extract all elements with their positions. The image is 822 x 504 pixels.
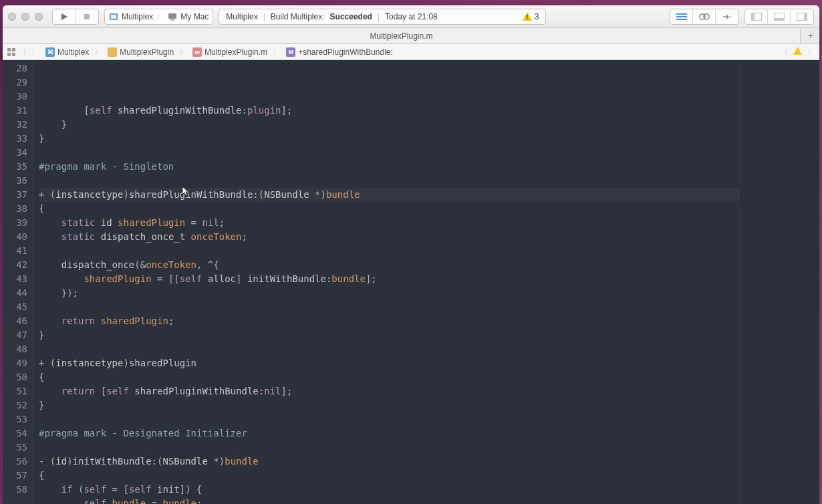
warning-count-value: 3 bbox=[535, 12, 539, 21]
editor-mode-group bbox=[670, 9, 739, 25]
code-line[interactable]: [self sharedPluginWithBundle:plugin]; bbox=[39, 104, 739, 118]
svg-rect-15 bbox=[751, 13, 755, 21]
code-line[interactable]: dispatch_once(&onceToken, ^{ bbox=[39, 258, 739, 272]
history-forward-button[interactable]: 〉 bbox=[31, 46, 39, 57]
new-tab-button[interactable]: ＋ bbox=[801, 28, 819, 43]
code-area[interactable]: [self sharedPluginWithBundle:plugin]; }}… bbox=[33, 60, 739, 504]
code-line[interactable]: } bbox=[39, 118, 739, 132]
breadcrumb-project-label: Multiplex bbox=[57, 47, 89, 57]
panel-toggle-group bbox=[744, 9, 814, 25]
line-number: 37 bbox=[3, 188, 27, 202]
svg-rect-21 bbox=[12, 48, 15, 51]
folder-icon bbox=[108, 47, 117, 57]
chevron-icon: 〉 bbox=[271, 46, 282, 57]
history-back-button[interactable]: 〈 bbox=[19, 46, 27, 57]
jump-warning-icon[interactable] bbox=[793, 47, 802, 57]
code-line[interactable] bbox=[39, 342, 739, 356]
line-number: 31 bbox=[3, 104, 27, 118]
related-items-icon[interactable] bbox=[7, 47, 16, 57]
svg-rect-22 bbox=[7, 53, 11, 56]
line-number: 46 bbox=[3, 314, 27, 328]
standard-editor-button[interactable] bbox=[670, 9, 693, 24]
code-line[interactable]: } bbox=[39, 132, 739, 146]
code-line[interactable]: #pragma mark - Designated Initializer bbox=[39, 426, 739, 440]
line-number: 36 bbox=[3, 174, 27, 188]
toggle-debug-button[interactable] bbox=[768, 9, 791, 24]
line-number: 56 bbox=[3, 455, 27, 469]
code-line[interactable]: + (instancetype)sharedPlugin bbox=[39, 356, 739, 370]
status-project: Multiplex bbox=[226, 12, 257, 21]
method-icon: M bbox=[286, 47, 295, 57]
warning-icon bbox=[523, 12, 532, 21]
chevron-icon: 〉 bbox=[178, 46, 188, 57]
jump-forward-button[interactable]: 〉 bbox=[807, 46, 815, 57]
scheme-selector[interactable]: Multiplex 〉 My Mac bbox=[104, 9, 213, 25]
code-line[interactable]: { bbox=[39, 202, 739, 216]
toggle-navigator-button[interactable] bbox=[745, 9, 768, 24]
assistant-editor-button[interactable] bbox=[693, 9, 716, 24]
svg-rect-1 bbox=[84, 14, 90, 19]
code-line[interactable] bbox=[39, 244, 739, 258]
code-line[interactable]: } bbox=[39, 398, 739, 412]
code-line[interactable]: static dispatch_once_t onceToken; bbox=[39, 230, 739, 244]
code-line[interactable]: #pragma mark - Singleton bbox=[39, 160, 739, 174]
code-line[interactable]: - (id)initWithBundle:(NSBundle *)bundle bbox=[39, 455, 739, 469]
code-line[interactable] bbox=[39, 300, 739, 314]
code-line[interactable]: return sharedPlugin; bbox=[39, 314, 739, 328]
code-line[interactable]: { bbox=[39, 370, 739, 384]
code-line[interactable]: self.bundle = bundle; bbox=[39, 497, 739, 504]
jump-back-button[interactable]: 〈 bbox=[780, 46, 788, 57]
run-stop-group bbox=[52, 9, 99, 25]
stop-button[interactable] bbox=[76, 9, 98, 24]
toolbar: Multiplex 〉 My Mac Multiplex | Build Mul… bbox=[3, 5, 819, 28]
run-button[interactable] bbox=[53, 9, 76, 24]
line-number: 50 bbox=[3, 370, 27, 384]
code-line[interactable]: return [self sharedPluginWithBundle:nil]… bbox=[39, 384, 739, 398]
line-number: 28 bbox=[3, 61, 27, 76]
breadcrumb-project[interactable]: ⌘ Multiplex bbox=[44, 47, 90, 57]
svg-rect-11 bbox=[676, 19, 687, 20]
code-line[interactable]: { bbox=[39, 469, 739, 483]
scheme-device-label: My Mac bbox=[180, 12, 209, 21]
code-line[interactable] bbox=[39, 174, 739, 188]
line-number-gutter: 2829303132333435363738394041424344454647… bbox=[3, 60, 33, 504]
line-number: 32 bbox=[3, 118, 27, 132]
code-line[interactable] bbox=[39, 440, 739, 455]
scheme-device-icon bbox=[168, 12, 177, 21]
code-line[interactable]: }); bbox=[39, 286, 739, 300]
svg-rect-3 bbox=[111, 15, 116, 19]
source-editor[interactable]: 2829303132333435363738394041424344454647… bbox=[3, 60, 819, 504]
line-number: 57 bbox=[3, 469, 27, 483]
history-nav: 〈 〉 bbox=[19, 46, 39, 57]
code-line[interactable]: sharedPlugin = [[self alloc] initWithBun… bbox=[39, 272, 739, 286]
line-number: 47 bbox=[3, 328, 27, 342]
version-editor-button[interactable] bbox=[716, 9, 738, 24]
code-line[interactable]: static id sharedPlugin = nil; bbox=[39, 216, 739, 230]
activity-status[interactable]: Multiplex | Build Multiplex: Succeeded |… bbox=[219, 9, 546, 25]
line-number: 35 bbox=[3, 160, 27, 174]
code-line[interactable] bbox=[39, 412, 739, 426]
line-number: 39 bbox=[3, 216, 27, 230]
svg-rect-7 bbox=[527, 15, 528, 17]
status-action: Build Multiplex: bbox=[271, 12, 325, 21]
zoom-window-button[interactable] bbox=[35, 13, 43, 21]
minimize-window-button[interactable] bbox=[21, 13, 29, 21]
svg-marker-24 bbox=[793, 47, 802, 55]
code-line[interactable]: if (self = [self init]) { bbox=[39, 483, 739, 497]
breadcrumb-folder[interactable]: MultiplexPlugin bbox=[106, 47, 175, 57]
close-window-button[interactable] bbox=[8, 13, 16, 21]
warning-count[interactable]: 3 bbox=[523, 12, 539, 21]
scheme-target-label: Multiplex bbox=[122, 12, 153, 21]
line-number: 58 bbox=[3, 483, 27, 497]
breadcrumb-symbol[interactable]: M +sharedPluginWithBundle: bbox=[285, 47, 394, 57]
toggle-inspector-button[interactable] bbox=[791, 9, 813, 24]
svg-rect-5 bbox=[170, 19, 174, 21]
svg-rect-23 bbox=[12, 53, 15, 56]
line-number: 38 bbox=[3, 202, 27, 216]
breadcrumb-file[interactable]: m MultiplexPlugin.m bbox=[191, 47, 269, 57]
code-line[interactable]: + (instancetype)sharedPluginWithBundle:(… bbox=[39, 188, 739, 202]
code-line[interactable] bbox=[39, 146, 739, 160]
code-line[interactable]: } bbox=[39, 328, 739, 342]
project-icon: ⌘ bbox=[45, 47, 55, 57]
tab-active[interactable]: MultiplexPlugin.m bbox=[3, 28, 801, 43]
